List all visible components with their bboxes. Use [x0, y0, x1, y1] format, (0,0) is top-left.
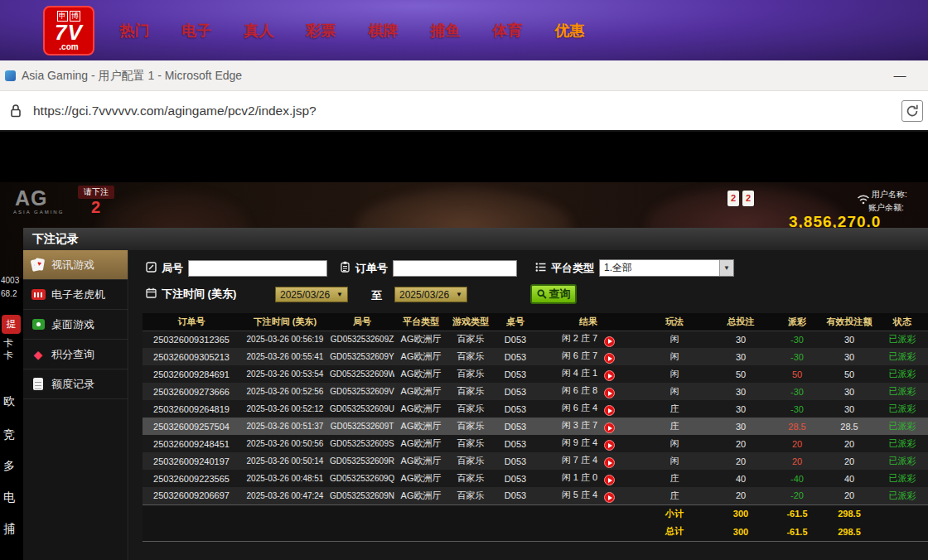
cell-round: GD0532532609T [330, 418, 394, 435]
cell-time: 2025-03-26 00:53:54 [240, 365, 330, 383]
table-row[interactable]: 2503260093052132025-03-26 00:55:41GD0532… [143, 348, 928, 365]
sidebar-item-credit-records[interactable]: 额度记录 [23, 369, 128, 399]
replay-play-icon[interactable] [604, 475, 615, 485]
nav-item-体育[interactable]: 体育 [476, 21, 539, 41]
replay-play-icon[interactable] [604, 370, 615, 381]
strip-nav-char[interactable]: 捕 [3, 522, 15, 537]
cell-total-bet: 20 [709, 487, 772, 504]
cell-valid-bet: 50 [822, 365, 877, 383]
nav-item-优惠[interactable]: 优惠 [539, 21, 601, 41]
table-row[interactable]: 2503260092484512025-03-26 00:50:56GD0532… [143, 435, 928, 452]
replay-play-icon[interactable] [604, 457, 615, 468]
cell-play-type: 闲 [640, 435, 709, 452]
cell-round: GD0532532609N [330, 487, 394, 504]
table-row[interactable]: 2503260092736662025-03-26 00:52:56GD0532… [143, 383, 928, 400]
cell-valid-bet: 28.5 [822, 418, 877, 435]
date-to-picker[interactable]: 2025/03/26 ▼ [394, 287, 467, 302]
cell-round: GD0532532609Z [330, 331, 394, 348]
card-value: 2 [742, 191, 754, 206]
cell-total-bet: 30 [709, 400, 772, 418]
strip-vertical-label: 卡卡 [3, 337, 17, 362]
table-row[interactable]: 2503260092235652025-03-26 00:48:51GD0532… [143, 470, 928, 487]
round-number-group: 局号 [146, 260, 327, 277]
cell-total-bet: 30 [709, 348, 772, 365]
total-label: 总计 [640, 523, 709, 541]
table-row[interactable]: 2503260093123652025-03-26 00:56:19GD0532… [143, 331, 928, 348]
replay-play-icon[interactable] [604, 388, 615, 398]
cell-table-number: D053 [494, 470, 537, 487]
minimize-button[interactable]: — [888, 65, 911, 85]
refresh-button[interactable] [901, 100, 923, 122]
cell-valid-bet: 30 [822, 348, 877, 365]
withdraw-icon[interactable]: 提 [2, 315, 21, 334]
table-row[interactable]: 2503260092575042025-03-26 00:51:37GD0532… [143, 418, 928, 435]
cell-play-type: 庄 [640, 400, 709, 418]
ag-logo: AG [15, 186, 48, 210]
column-header: 游戏类型 [447, 313, 494, 331]
cell-result: 闲 6 庄 7 [537, 348, 640, 365]
strip-nav-char[interactable]: 竞 [3, 427, 15, 442]
cell-result: 闲 7 庄 4 [537, 452, 640, 470]
nav-item-棋牌[interactable]: 棋牌 [352, 21, 414, 41]
round-number-input[interactable] [188, 260, 327, 277]
strip-nav-char[interactable]: 欧 [3, 394, 15, 409]
cell-table-number: D053 [494, 435, 537, 452]
cell-total-bet: 40 [709, 470, 772, 487]
logo-main-text: 7V [55, 22, 83, 43]
site-logo[interactable]: 申 博 7V .com [43, 6, 94, 56]
panel-sidebar: ♠♥ 视讯游戏 电子老虎机 桌面游戏 ◆ 积分查询 额度记录 [23, 250, 128, 560]
date-from-picker[interactable]: 2025/03/26 ▼ [275, 287, 348, 302]
column-header: 状态 [877, 313, 928, 331]
column-header: 订单号 [143, 313, 240, 331]
replay-play-icon[interactable] [604, 353, 615, 364]
nav-item-彩票[interactable]: 彩票 [290, 21, 352, 41]
replay-play-icon[interactable] [604, 405, 615, 416]
strip-nav-char[interactable]: 电 [3, 490, 15, 505]
cell-payout: -20 [772, 487, 822, 504]
replay-play-icon[interactable] [604, 492, 615, 503]
replay-play-icon[interactable] [604, 440, 615, 451]
replay-play-icon[interactable] [604, 336, 615, 347]
nav-item-电子[interactable]: 电子 [166, 21, 228, 41]
page-content: AG ASIA GAMING 请下注 2 2 2 用户名称: 账户余额: 3,8… [0, 132, 928, 560]
cell-time: 2025-03-26 00:55:41 [240, 348, 330, 365]
platform-type-select[interactable]: 1.全部 ▼ [599, 259, 734, 277]
cell-platform: AG欧洲厅 [394, 487, 447, 504]
cell-valid-bet: 30 [822, 383, 877, 400]
nav-item-捕鱼[interactable]: 捕鱼 [414, 21, 476, 41]
strip-nav-char[interactable]: 多 [3, 459, 15, 474]
cell-time: 2025-03-26 00:48:51 [240, 470, 330, 487]
cell-status: 已派彩 [877, 470, 928, 487]
logo-suffix-text: .com [59, 43, 78, 51]
replay-play-icon[interactable] [604, 422, 615, 433]
nav-item-真人[interactable]: 真人 [228, 21, 290, 41]
cell-status: 已派彩 [877, 418, 928, 435]
cell-game-type: 百家乐 [447, 365, 494, 383]
cell-status: 已派彩 [877, 331, 928, 348]
lock-icon [10, 104, 22, 122]
sidebar-item-table-games[interactable]: 桌面游戏 [23, 310, 128, 340]
order-number-input[interactable] [393, 260, 517, 277]
column-header: 有效投注额 [822, 313, 877, 331]
cell-order: 250326009240197 [143, 452, 240, 470]
cell-play-type: 庄 [640, 418, 709, 435]
table-row[interactable]: 2503260092846912025-03-26 00:53:54GD0532… [143, 365, 928, 383]
sidebar-item-video-games[interactable]: ♠♥ 视讯游戏 [23, 250, 128, 280]
cell-payout: -30 [772, 400, 822, 418]
sidebar-item-slots[interactable]: 电子老虎机 [23, 280, 128, 310]
screen: 申 博 7V .com 热门电子真人彩票棋牌捕鱼体育优惠 Asia Gaming… [0, 0, 928, 560]
cell-status: 已派彩 [877, 365, 928, 383]
cell-game-type: 百家乐 [447, 470, 494, 487]
search-button[interactable]: 查询 [530, 284, 577, 304]
cards-cluster: 2 2 [727, 191, 754, 206]
table-row[interactable]: 2503260092066972025-03-26 00:47:24GD0532… [143, 487, 928, 504]
cell-total-bet: 30 [709, 418, 772, 435]
cell-total-bet: 50 [709, 365, 772, 383]
nav-item-热门[interactable]: 热门 [104, 21, 166, 41]
sidebar-item-points-query[interactable]: ◆ 积分查询 [23, 340, 128, 369]
table-row[interactable]: 2503260092648192025-03-26 00:52:12GD0532… [143, 400, 928, 418]
url-text[interactable]: https://gci.7vvvvvv.com/agingame/pcv2/in… [33, 104, 317, 118]
cell-result: 闲 3 庄 7 [537, 418, 640, 435]
total-bet: 300 [709, 523, 772, 541]
table-row[interactable]: 2503260092401972025-03-26 00:50:14GD0532… [143, 452, 928, 470]
